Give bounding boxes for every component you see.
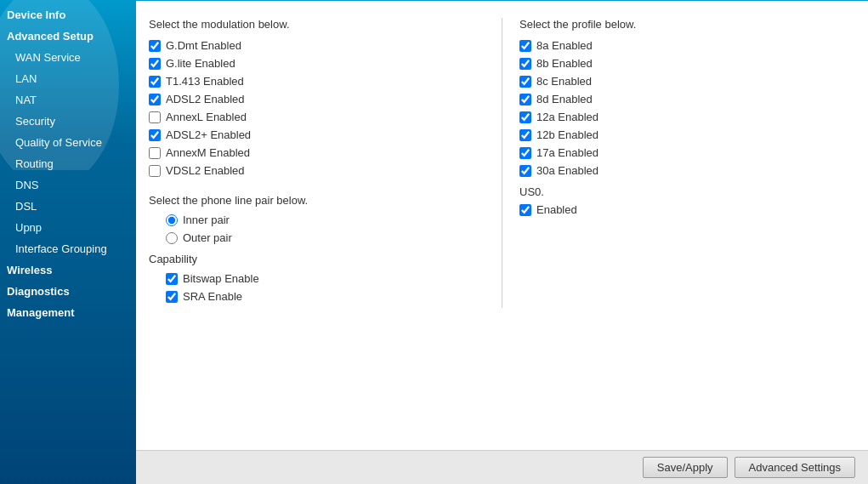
sidebar-item-routing[interactable]: Routing bbox=[0, 153, 136, 174]
phone-option-row-inner: Inner pair bbox=[149, 214, 485, 226]
sidebar-item-advanced-setup[interactable]: Advanced Setup bbox=[0, 26, 136, 47]
capability-section: Capability Bitswap EnableSRA Enable bbox=[149, 253, 485, 303]
left-column: Select the modulation below. G.Dmt Enabl… bbox=[149, 18, 502, 308]
profile-label-8a: 8a Enabled bbox=[536, 39, 593, 52]
profile-row-12a: 12a Enabled bbox=[519, 111, 855, 123]
us0-checkbox[interactable] bbox=[519, 204, 531, 216]
modulation-checkbox-adsl2[interactable] bbox=[149, 94, 161, 105]
sidebar-item-security[interactable]: Security bbox=[0, 111, 136, 132]
profile-row-8c: 8c Enabled bbox=[519, 75, 855, 88]
modulation-row-glite: G.lite Enabled bbox=[149, 57, 485, 70]
main-content: Select the modulation below. G.Dmt Enabl… bbox=[136, 0, 868, 484]
sidebar-item-dsl[interactable]: DSL bbox=[0, 196, 136, 217]
footer: Save/Apply Advanced Settings bbox=[136, 450, 868, 484]
advanced-settings-button[interactable]: Advanced Settings bbox=[735, 457, 855, 478]
profile-checkbox-17a[interactable] bbox=[519, 147, 531, 159]
phone-radio-outer[interactable] bbox=[166, 232, 178, 244]
modulation-row-adsl2plus: ADSL2+ Enabled bbox=[149, 128, 485, 141]
modulation-checkbox-vdsl2[interactable] bbox=[149, 165, 161, 177]
capability-label-bitswap: Bitswap Enable bbox=[183, 272, 259, 285]
modulation-row-annexl: AnnexL Enabled bbox=[149, 111, 485, 123]
sidebar-item-lan[interactable]: LAN bbox=[0, 68, 136, 89]
profile-row-8b: 8b Enabled bbox=[519, 57, 855, 70]
capability-checkbox-sra[interactable] bbox=[166, 291, 178, 303]
sidebar-item-management[interactable]: Management bbox=[0, 302, 136, 323]
phone-options-list: Inner pairOuter pair bbox=[149, 214, 485, 244]
profile-list: 8a Enabled8b Enabled8c Enabled8d Enabled… bbox=[519, 39, 855, 177]
two-column-layout: Select the modulation below. G.Dmt Enabl… bbox=[149, 18, 855, 308]
phone-section: Select the phone line pair below. Inner … bbox=[149, 194, 485, 303]
capability-row-bitswap: Bitswap Enable bbox=[149, 272, 485, 285]
profile-checkbox-30a[interactable] bbox=[519, 165, 531, 177]
modulation-row-annexm: AnnexM Enabled bbox=[149, 146, 485, 159]
modulation-label-glite: G.lite Enabled bbox=[166, 57, 235, 70]
profile-checkbox-8a[interactable] bbox=[519, 40, 531, 52]
us0-row: Enabled bbox=[519, 203, 855, 216]
sidebar-item-nat[interactable]: NAT bbox=[0, 89, 136, 111]
phone-option-row-outer: Outer pair bbox=[149, 231, 485, 244]
modulation-checkbox-glite[interactable] bbox=[149, 58, 161, 70]
modulation-row-vdsl2: VDSL2 Enabled bbox=[149, 164, 485, 177]
profile-section-label: Select the profile below. bbox=[519, 18, 855, 31]
profile-row-12b: 12b Enabled bbox=[519, 128, 855, 141]
sidebar-item-quality-of-service[interactable]: Quality of Service bbox=[0, 132, 136, 153]
sidebar-item-upnp[interactable]: Upnp bbox=[0, 217, 136, 238]
modulation-label-annexm: AnnexM Enabled bbox=[166, 146, 250, 159]
modulation-checkbox-gdmt[interactable] bbox=[149, 40, 161, 52]
profile-row-17a: 17a Enabled bbox=[519, 146, 855, 159]
profile-label-8d: 8d Enabled bbox=[536, 93, 593, 105]
profile-checkbox-8c[interactable] bbox=[519, 76, 531, 88]
modulation-label-annexl: AnnexL Enabled bbox=[166, 111, 247, 123]
capability-row-sra: SRA Enable bbox=[149, 290, 485, 303]
profile-row-8d: 8d Enabled bbox=[519, 93, 855, 105]
sidebar-item-wireless[interactable]: Wireless bbox=[0, 259, 136, 281]
capability-list: Bitswap EnableSRA Enable bbox=[149, 272, 485, 303]
us0-enabled-label: Enabled bbox=[536, 203, 577, 216]
capability-label-sra: SRA Enable bbox=[183, 290, 242, 303]
profile-label-30a: 30a Enabled bbox=[536, 164, 599, 177]
modulation-section-label: Select the modulation below. bbox=[149, 18, 485, 31]
phone-line-label: Select the phone line pair below. bbox=[149, 194, 485, 207]
profile-label-12b: 12b Enabled bbox=[536, 128, 599, 141]
modulation-label-vdsl2: VDSL2 Enabled bbox=[166, 164, 245, 177]
modulation-label-t1413: T1.413 Enabled bbox=[166, 75, 244, 88]
profile-checkbox-8d[interactable] bbox=[519, 94, 531, 105]
modulation-row-adsl2: ADSL2 Enabled bbox=[149, 93, 485, 105]
us0-label: US0. bbox=[519, 185, 855, 198]
profile-label-8c: 8c Enabled bbox=[536, 75, 592, 88]
modulation-label-gdmt: G.Dmt Enabled bbox=[166, 39, 241, 52]
capability-checkbox-bitswap[interactable] bbox=[166, 273, 178, 285]
profile-checkbox-12a[interactable] bbox=[519, 111, 531, 123]
save-apply-button[interactable]: Save/Apply bbox=[643, 457, 728, 478]
modulation-label-adsl2plus: ADSL2+ Enabled bbox=[166, 128, 251, 141]
profile-row-30a: 30a Enabled bbox=[519, 164, 855, 177]
modulation-list: G.Dmt EnabledG.lite EnabledT1.413 Enable… bbox=[149, 39, 485, 177]
sidebar-item-dns[interactable]: DNS bbox=[0, 174, 136, 196]
modulation-checkbox-t1413[interactable] bbox=[149, 76, 161, 88]
profile-label-17a: 17a Enabled bbox=[536, 146, 599, 159]
sidebar-item-wan-service[interactable]: WAN Service bbox=[0, 47, 136, 68]
content-area: Select the modulation below. G.Dmt Enabl… bbox=[136, 9, 868, 450]
phone-label-inner: Inner pair bbox=[183, 214, 230, 226]
profile-label-12a: 12a Enabled bbox=[536, 111, 599, 123]
modulation-checkbox-adsl2plus[interactable] bbox=[149, 129, 161, 141]
modulation-row-t1413: T1.413 Enabled bbox=[149, 75, 485, 88]
phone-radio-inner[interactable] bbox=[166, 214, 178, 226]
modulation-checkbox-annexl[interactable] bbox=[149, 111, 161, 123]
phone-label-outer: Outer pair bbox=[183, 231, 232, 244]
sidebar-item-interface-grouping[interactable]: Interface Grouping bbox=[0, 238, 136, 259]
modulation-checkbox-annexm[interactable] bbox=[149, 147, 161, 159]
modulation-row-gdmt: G.Dmt Enabled bbox=[149, 39, 485, 52]
profile-checkbox-12b[interactable] bbox=[519, 129, 531, 141]
sidebar-item-diagnostics[interactable]: Diagnostics bbox=[0, 281, 136, 302]
capability-label: Capability bbox=[149, 253, 485, 265]
sidebar: Device InfoAdvanced SetupWAN ServiceLANN… bbox=[0, 0, 136, 484]
right-column: Select the profile below. 8a Enabled8b E… bbox=[502, 18, 855, 308]
modulation-label-adsl2: ADSL2 Enabled bbox=[166, 93, 245, 105]
profile-row-8a: 8a Enabled bbox=[519, 39, 855, 52]
sidebar-item-device-info[interactable]: Device Info bbox=[0, 4, 136, 26]
profile-checkbox-8b[interactable] bbox=[519, 58, 531, 70]
profile-label-8b: 8b Enabled bbox=[536, 57, 593, 70]
